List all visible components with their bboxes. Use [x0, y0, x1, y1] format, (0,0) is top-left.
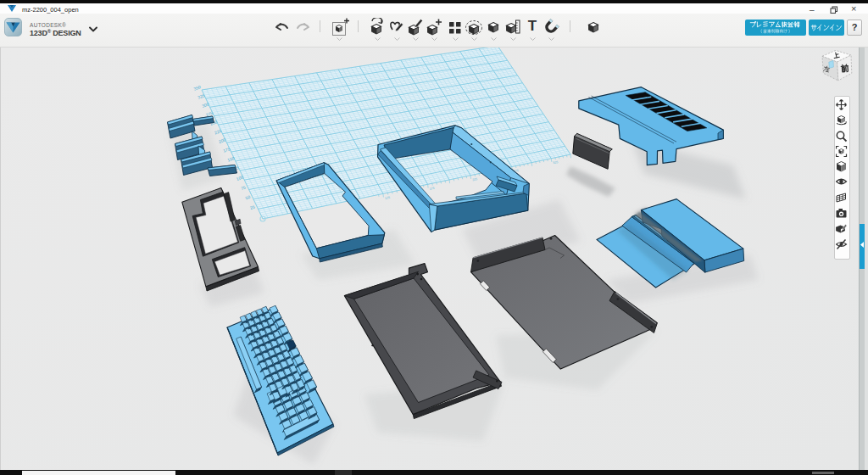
svg-text:50: 50 — [245, 194, 251, 201]
svg-text:350: 350 — [193, 84, 202, 92]
svg-text:75: 75 — [240, 185, 246, 192]
svg-text:25: 25 — [249, 204, 255, 210]
svg-text:125: 125 — [385, 196, 391, 200]
svg-text:325: 325 — [553, 160, 559, 165]
